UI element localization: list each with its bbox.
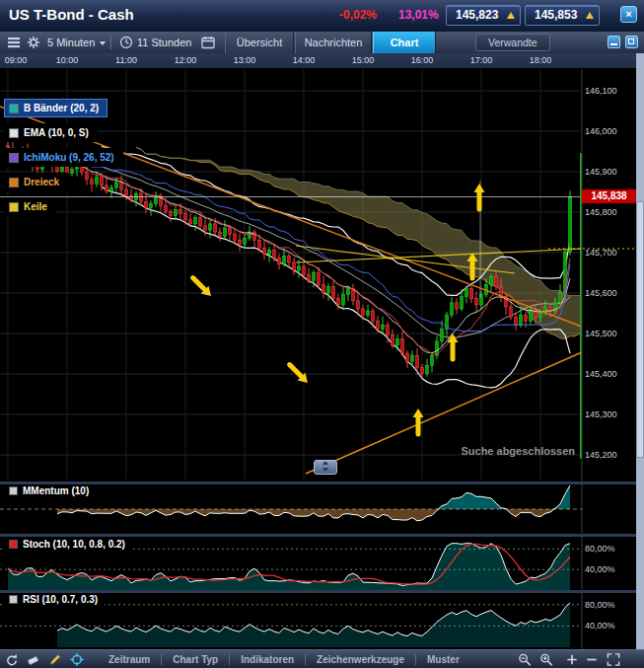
minus-icon[interactable] bbox=[584, 652, 600, 667]
legend-swatch bbox=[9, 202, 19, 212]
legend-swatch bbox=[9, 104, 19, 113]
close-button[interactable]: × bbox=[620, 6, 637, 23]
layout-list-icon[interactable] bbox=[6, 35, 22, 50]
time-label: 18:00 bbox=[526, 55, 555, 65]
indicator-swatch bbox=[9, 540, 18, 549]
separator bbox=[229, 654, 230, 665]
plus-icon[interactable] bbox=[564, 652, 580, 667]
vertical-scrollbar[interactable] bbox=[636, 53, 644, 649]
svg-text:145,800: 145,800 bbox=[585, 207, 617, 217]
separator bbox=[161, 654, 162, 665]
status-message: Suche abgeschlossen bbox=[461, 445, 575, 457]
legend-swatch bbox=[9, 128, 19, 138]
maximize-icon[interactable] bbox=[625, 36, 638, 48]
legend-swatch bbox=[9, 178, 19, 187]
svg-text:145,700: 145,700 bbox=[585, 248, 617, 258]
minimize-icon[interactable] bbox=[608, 36, 620, 48]
instrument-title: US T-Bond - Cash bbox=[9, 6, 134, 23]
svg-text:145,400: 145,400 bbox=[585, 369, 617, 379]
related-button[interactable]: Verwandte bbox=[475, 34, 550, 51]
pencil-icon[interactable] bbox=[47, 652, 63, 667]
zoom-in-icon[interactable] bbox=[538, 652, 554, 667]
separator bbox=[305, 654, 306, 665]
chart-toolbar: 5 Minuten 11 Stunden ÜbersichtNachrichte… bbox=[0, 32, 644, 54]
drawing-toolbar: ZeitraumChart TypIndikatorenZeichenwerkz… bbox=[0, 649, 644, 668]
time-label: 12:00 bbox=[171, 55, 200, 65]
last-price-marker: 145,838 bbox=[582, 189, 636, 203]
time-label: 09:00 bbox=[1, 55, 31, 65]
legend-swatch bbox=[9, 153, 19, 163]
time-axis[interactable]: 09:0010:0011:0012:0013:0014:0015:0016:00… bbox=[0, 53, 636, 69]
svg-text:145,300: 145,300 bbox=[585, 409, 617, 419]
interval-value: 5 Minuten bbox=[47, 37, 95, 48]
svg-text:80,00%: 80,00% bbox=[585, 544, 615, 554]
clock-icon bbox=[118, 35, 134, 50]
svg-text:80,00%: 80,00% bbox=[585, 600, 615, 610]
menu-zeichenwerkzeuge[interactable]: Zeichenwerkzeuge bbox=[317, 654, 404, 665]
separator bbox=[110, 36, 111, 49]
time-label: 14:00 bbox=[289, 55, 319, 65]
menu-muster[interactable]: Muster bbox=[427, 654, 460, 665]
bid-price: 145,823 bbox=[456, 8, 498, 22]
tab-nachrichten[interactable]: Nachrichten bbox=[295, 32, 372, 53]
menu-zeitraum[interactable]: Zeitraum bbox=[108, 654, 150, 665]
svg-text:145,900: 145,900 bbox=[585, 167, 617, 177]
range-percent: 13,01% bbox=[398, 8, 439, 22]
rsi-panel-label[interactable]: RSI (10, 0.7, 0.3) bbox=[5, 593, 105, 606]
menu-indikatoren[interactable]: Indikatoren bbox=[241, 654, 294, 665]
legend-item[interactable]: Keile bbox=[4, 197, 56, 216]
zoom-out-icon[interactable] bbox=[517, 652, 533, 667]
svg-text:146,000: 146,000 bbox=[585, 126, 617, 136]
momentum-panel-label[interactable]: MMentum (10) bbox=[5, 484, 96, 497]
change-percent: -0,02% bbox=[339, 8, 377, 22]
indicator-legend: B Bänder (20, 2)EMA (10, 0, S)IchiMoku (… bbox=[4, 99, 123, 222]
duration-value: 11 Stunden bbox=[137, 37, 191, 48]
legend-item[interactable]: EMA (10, 0, S) bbox=[4, 123, 98, 142]
tab-uebersicht[interactable]: Übersicht bbox=[225, 32, 294, 53]
ask-price: 145,853 bbox=[535, 8, 577, 22]
svg-text:145,200: 145,200 bbox=[585, 450, 617, 460]
eraser-icon[interactable] bbox=[26, 652, 41, 667]
buy-price-button[interactable]: 145,853 bbox=[525, 5, 600, 26]
price-up-arrow-icon bbox=[586, 12, 594, 19]
crosshair-icon[interactable] bbox=[69, 652, 85, 667]
indicator-swatch bbox=[9, 595, 18, 604]
title-bar: US T-Bond - Cash -0,02% 13,01% 145,823 1… bbox=[0, 0, 644, 33]
svg-text:145,600: 145,600 bbox=[585, 288, 617, 298]
calendar-icon[interactable] bbox=[200, 35, 216, 50]
fullscreen-icon[interactable] bbox=[606, 652, 621, 667]
legend-item[interactable]: Dreieck bbox=[4, 173, 68, 191]
menu-chart-typ[interactable]: Chart Typ bbox=[173, 654, 218, 665]
legend-item[interactable]: IchiMoku (9, 26, 52) bbox=[4, 148, 123, 167]
time-label: 15:00 bbox=[348, 55, 378, 65]
undo-icon[interactable] bbox=[4, 652, 20, 667]
sell-price-button[interactable]: 145,823 bbox=[446, 5, 521, 26]
gear-icon[interactable] bbox=[26, 35, 41, 50]
interval-dropdown[interactable]: 5 Minuten bbox=[47, 35, 106, 50]
menu-strip: ZeitraumChart TypIndikatorenZeichenwerkz… bbox=[108, 650, 514, 668]
svg-text:40,00%: 40,00% bbox=[585, 621, 615, 631]
svg-text:146,100: 146,100 bbox=[585, 86, 617, 96]
time-label: 10:00 bbox=[52, 55, 82, 65]
tab-chart[interactable]: Chart bbox=[373, 32, 436, 53]
svg-text:145,500: 145,500 bbox=[585, 329, 617, 338]
time-label: 13:00 bbox=[230, 55, 259, 65]
price-up-arrow-icon bbox=[507, 12, 515, 19]
time-label: 11:00 bbox=[111, 55, 141, 65]
indicator-swatch bbox=[9, 486, 18, 495]
duration-dropdown[interactable]: 11 Stunden bbox=[137, 35, 191, 50]
chevron-down-icon bbox=[100, 41, 106, 45]
stochastic-panel-label[interactable]: Stoch (10, 10, 0.8, 0.2) bbox=[5, 538, 132, 551]
panel-collapse-button[interactable] bbox=[314, 460, 337, 475]
svg-text:40,00%: 40,00% bbox=[585, 564, 615, 574]
legend-item[interactable]: B Bänder (20, 2) bbox=[4, 99, 107, 117]
trading-window: 146,100146,000145,900145,800145,700145,6… bbox=[0, 0, 644, 668]
time-label: 16:00 bbox=[407, 55, 437, 65]
separator bbox=[415, 654, 416, 665]
scrollbar-thumb[interactable] bbox=[636, 201, 644, 458]
time-label: 17:00 bbox=[466, 55, 496, 65]
